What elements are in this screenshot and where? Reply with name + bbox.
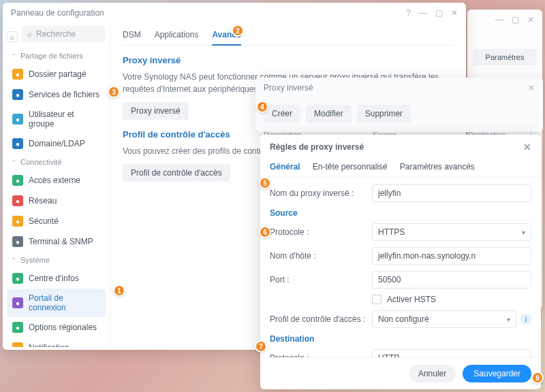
section-label[interactable]: Connectivité [20, 158, 62, 166]
sidebar-item-label: Centre d'infos [29, 274, 79, 283]
sidebar-item[interactable]: ●Domaine/LDAP [7, 133, 106, 154]
sidebar-item-label: Sécurité [29, 216, 59, 226]
proxy-list-window: Proxy inversé ✕ Créer Modifier Supprimer… [255, 78, 543, 132]
info-icon[interactable]: i [520, 314, 531, 325]
chevron-icon[interactable]: ⌃ [11, 159, 16, 166]
host-label: Nom d'hôte : [270, 251, 372, 261]
close-icon[interactable]: ✕ [451, 8, 458, 18]
sidebar-item[interactable]: ●Dossier partagé [7, 64, 106, 84]
sidebar-item-label: Options régionales [29, 323, 97, 332]
sidebar-item[interactable]: ●Services de fichiers [7, 84, 106, 105]
dst-protocol-select[interactable]: HTTP▾ [372, 349, 531, 357]
close-icon[interactable]: ✕ [527, 15, 534, 24]
callout-1: 1 [113, 284, 125, 297]
sidebar-item-label: Terminal & SNMP [29, 237, 93, 246]
destination-heading: Destination [270, 334, 531, 344]
notification-icon: ● [12, 342, 23, 347]
info-icon: ● [12, 273, 23, 284]
sidebar-item-label: Dossier partagé [29, 69, 87, 79]
chevron-down-icon: ▾ [522, 229, 525, 236]
main-tabs: DSM Applications Avancé [123, 26, 454, 46]
sidebar-item-label: Portail de connexion [29, 293, 100, 312]
sidebar-item[interactable]: ●Notification [7, 338, 106, 347]
sidebar-item-label: Notification [29, 343, 69, 347]
callout-2: 2 [232, 24, 244, 37]
terminal-icon: ● [12, 236, 23, 247]
background-titlebar: — ▢ ✕ [467, 10, 542, 30]
acl-select[interactable]: Non configuré▾ [372, 310, 516, 328]
search-input[interactable]: ⌕ Recherche [22, 26, 106, 42]
portal-icon: ● [12, 297, 23, 308]
close-icon[interactable]: ✕ [523, 142, 531, 152]
create-button[interactable]: Créer [264, 105, 300, 122]
external-icon: ● [12, 175, 23, 186]
reverse-proxy-heading: Proxy inversé [123, 55, 454, 65]
minimize-icon[interactable]: — [495, 15, 503, 24]
sidebar-item[interactable]: ●Utilisateur et groupe [7, 105, 106, 133]
sidebar-item-label: Accès externe [29, 176, 80, 185]
callout-8: 8 [531, 372, 544, 384]
section-label[interactable]: Système [20, 256, 50, 264]
source-heading: Source [270, 208, 531, 218]
home-icon[interactable]: ⌂ [7, 31, 18, 42]
chevron-icon[interactable]: ⌃ [11, 52, 16, 60]
sidebar-item[interactable]: ●Réseau [7, 191, 106, 211]
main-titlebar: Panneau de configuration ? — ▢ ✕ [3, 3, 466, 23]
hsts-checkbox[interactable] [372, 295, 382, 304]
section-label[interactable]: Partage de fichiers [20, 52, 83, 60]
save-button[interactable]: Sauvegarder [463, 365, 531, 382]
help-icon[interactable]: ? [406, 8, 411, 18]
sidebar-item[interactable]: ●Options régionales [7, 317, 106, 338]
folder-icon: ● [12, 69, 23, 80]
network-icon: ● [12, 195, 23, 206]
rules-dialog: Règles de proxy inversé ✕ Général En-têt… [260, 135, 541, 389]
name-input[interactable]: jellyfin [372, 184, 531, 202]
callout-7: 7 [255, 340, 267, 353]
close-icon[interactable]: ✕ [528, 83, 535, 93]
name-label: Nom du proxy inversé : [270, 189, 372, 198]
hsts-label: Activer HSTS [387, 295, 436, 304]
callout-5: 5 [259, 177, 271, 189]
regional-icon: ● [12, 322, 23, 333]
callout-6: 6 [259, 226, 271, 238]
tab-headers[interactable]: En-tête personnalisé [313, 162, 388, 172]
maximize-icon[interactable]: ▢ [435, 8, 443, 18]
sidebar-item-label: Utilisateur et groupe [29, 110, 100, 129]
sidebar: ⌂ ⌕ Recherche ⌃Partage de fichiers●Dossi… [3, 23, 110, 347]
security-icon: ● [12, 216, 23, 227]
src-port-input[interactable]: 50500 [372, 271, 531, 289]
domain-icon: ● [12, 138, 23, 149]
tab-applications[interactable]: Applications [155, 30, 199, 39]
sidebar-item[interactable]: ●Portail de connexion [7, 289, 106, 317]
delete-button[interactable]: Supprimer [357, 105, 411, 122]
reverse-proxy-button[interactable]: Proxy inversé [123, 102, 189, 120]
chevron-icon[interactable]: ⌃ [11, 257, 16, 264]
proxy-titlebar: Proxy inversé ✕ [255, 78, 543, 98]
port-label: Port : [270, 275, 372, 284]
settings-button[interactable]: Paramètres [473, 49, 537, 65]
maximize-icon[interactable]: ▢ [512, 15, 519, 24]
sidebar-item[interactable]: ●Accès externe [7, 170, 106, 191]
callout-4: 4 [256, 101, 268, 113]
minimize-icon[interactable]: — [419, 8, 427, 18]
tab-general[interactable]: Général [270, 162, 300, 172]
protocol-label: Protocole : [270, 227, 372, 237]
file-service-icon: ● [12, 89, 23, 100]
sidebar-item-label: Domaine/LDAP [29, 139, 85, 148]
chevron-down-icon: ▾ [507, 316, 510, 323]
tab-dsm[interactable]: DSM [123, 30, 141, 39]
sidebar-item-label: Services de fichiers [29, 90, 99, 99]
sidebar-item-label: Réseau [29, 196, 57, 206]
sidebar-item[interactable]: ●Centre d'infos [7, 268, 106, 289]
modify-button[interactable]: Modifier [306, 105, 352, 122]
cancel-button[interactable]: Annuler [409, 365, 456, 382]
search-icon: ⌕ [27, 29, 32, 39]
callout-3: 3 [108, 86, 120, 98]
users-icon: ● [12, 114, 23, 125]
src-protocol-select[interactable]: HTTPS▾ [372, 223, 531, 241]
sidebar-item[interactable]: ●Sécurité [7, 211, 106, 231]
tab-advanced-params[interactable]: Paramètres avancés [400, 162, 475, 172]
src-host-input[interactable]: jellyfin.mon-nas.synology.n [372, 247, 531, 265]
acl-button[interactable]: Profil de contrôle d'accès [123, 164, 230, 182]
sidebar-item[interactable]: ●Terminal & SNMP [7, 231, 106, 252]
